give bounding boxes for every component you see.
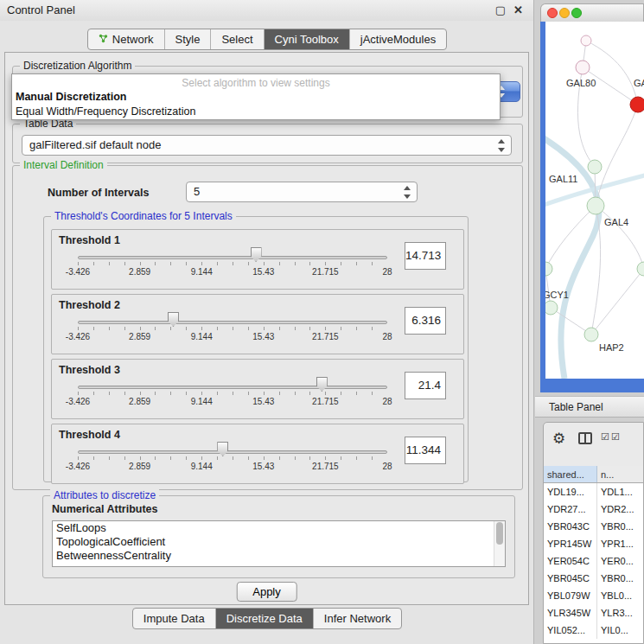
table-row[interactable]: YPR145W YPR1... [544,535,643,552]
tab-style-label: Style [175,33,201,46]
tab-network[interactable]: Network [88,29,164,49]
threshold-2-slider-thumb[interactable] [168,312,179,327]
threshold-3-value-field[interactable]: 21.4 [405,372,446,399]
threshold-2-slider[interactable]: -3.426 2.859 9.144 15.43 21.715 28 [78,316,387,345]
close-window-icon[interactable]: ✕ [513,3,523,16]
table-cell[interactable]: YDL1... [597,483,643,501]
network-node [581,35,591,46]
threshold-3-slider[interactable]: -3.426 2.859 9.144 15.43 21.715 28 [78,380,387,410]
threshold-1-slider-thumb[interactable] [251,247,262,262]
list-item[interactable]: SelfLoops [53,521,505,535]
slider-track[interactable] [78,450,387,454]
slider-track[interactable] [78,321,387,324]
slider-scale: -3.426 2.859 9.144 15.43 21.715 28 [78,397,387,407]
threshold-3-slider-thumb[interactable] [316,377,328,392]
network-window-titlebar[interactable] [540,3,644,22]
tab-infer-network[interactable]: Infer Network [313,609,401,628]
tab-impute-data-label: Impute Data [143,612,205,625]
scale-label: 9.144 [191,462,213,471]
table-cell[interactable]: YDL19... [544,483,597,501]
tab-cyni-toolbox[interactable]: Cyni Toolbox [264,29,349,49]
table-row[interactable]: YIL052... YIL0... [544,622,643,639]
dropdown-option-manual-discretization[interactable]: Manual Discretization [12,90,500,105]
threshold-4-value-field[interactable]: 11.344 [405,437,446,464]
tab-select[interactable]: Select [210,29,263,49]
discretization-algorithm-group-title: Discretization Algorithm [20,60,135,72]
table-panel-titlebar[interactable]: Table Panel [535,396,644,418]
threshold-4-slider[interactable]: -3.426 2.859 9.144 15.43 21.715 28 [78,445,387,475]
table-row[interactable]: YBL079W YBL0... [544,587,643,604]
column-header-shared-name[interactable]: shared... [544,466,597,482]
table-row[interactable]: YDR27... YDR2... [544,501,643,518]
network-node [637,262,644,276]
scale-label: 2.859 [129,267,150,277]
dropdown-placeholder: Select algorithm to view settings [12,74,500,90]
threshold-1-value-field[interactable]: 14.713 [405,242,446,270]
tab-discretize-data[interactable]: Discretize Data [215,609,313,628]
zoom-traffic-light-icon[interactable] [571,8,582,18]
network-node [545,301,558,315]
table-cell[interactable]: YDR2... [597,501,643,518]
table-data-combobox-value: galFiltered.sif default node [29,138,161,151]
network-node [576,61,590,74]
table-row[interactable]: YLR345W YLR3... [544,604,643,622]
apply-button[interactable]: Apply [236,582,297,602]
interval-definition-group: Interval Definition Number of Intervals … [12,165,523,490]
tab-jactivemodules-label: jActiveModules [360,33,436,46]
table-cell[interactable]: YER054C [544,552,597,570]
table-cell[interactable]: YBL0... [597,587,643,604]
table-data-combobox[interactable]: galFiltered.sif default node [22,135,512,156]
table-cell[interactable]: YBR0... [597,570,643,587]
table-row[interactable]: YER054C YER0... [544,552,643,570]
numerical-attributes-label: Numerical Attributes [52,503,157,515]
column-header-name[interactable]: n... [597,466,643,482]
table-cell[interactable]: YBR045C [544,570,597,587]
scale-label: 9.144 [191,267,213,277]
list-item[interactable]: TopologicalCoefficient [53,535,505,549]
float-window-icon[interactable]: ▢ [495,3,506,16]
gear-icon[interactable]: ⚙ [552,430,565,448]
number-of-intervals-combobox[interactable]: 5 [186,182,418,202]
scrollbar-thumb[interactable] [496,522,503,545]
checkbox-icon[interactable]: ☑ [601,431,609,443]
table-row[interactable]: YDL19... YDL1... [544,483,643,501]
table-cell[interactable]: YIL052... [544,622,597,639]
tab-style[interactable]: Style [164,29,211,49]
node-label: HAP2 [599,342,624,353]
table-cell[interactable]: YIL0... [597,622,643,639]
numerical-attributes-list[interactable]: SelfLoops TopologicalCoefficient Between… [52,520,506,567]
close-traffic-light-icon[interactable] [547,8,558,18]
list-item[interactable]: BetweennessCentrality [53,549,505,563]
tab-impute-data[interactable]: Impute Data [133,609,215,628]
scale-label: 21.715 [312,397,339,406]
threshold-4-slider-thumb[interactable] [217,442,228,456]
table-cell[interactable]: YBR043C [544,518,597,535]
threshold-coordinates-group-title: Threshold's Coordinates for 5 Intervals [51,210,236,222]
slider-track[interactable] [78,386,387,389]
table-panel-toolbar: ⚙ ☑ ☑ [544,423,643,461]
table-row[interactable]: YBR043C YBR0... [544,518,643,535]
minimize-traffic-light-icon[interactable] [559,8,570,18]
list-scrollbar[interactable] [494,521,505,566]
table-cell[interactable]: YDR27... [544,501,597,518]
scale-label: 28 [382,267,392,277]
table-panel-title: Table Panel [549,401,603,413]
checkbox-icon[interactable]: ☑ [611,431,620,443]
table-cell[interactable]: YER0... [597,552,643,570]
table-cell[interactable]: YBL079W [544,587,597,604]
tab-jactivemodules[interactable]: jActiveModules [349,29,446,49]
table-cell[interactable]: YLR3... [597,604,643,622]
table-row[interactable]: YBR045C YBR0... [544,570,643,587]
columns-icon[interactable] [578,432,592,444]
network-canvas[interactable]: GAL80 GA GAL11 GAL4 GCY1 HAP2 [545,22,644,379]
table-cell[interactable]: YBR0... [597,518,643,535]
slider-track[interactable] [78,256,387,259]
slider-ticks [78,327,387,330]
table-cell[interactable]: YPR1... [597,535,643,552]
threshold-1-slider[interactable]: -3.426 2.859 9.144 15.43 21.715 28 [78,251,387,280]
table-cell[interactable]: YPR145W [544,535,597,552]
table-cell[interactable]: YLR345W [544,604,597,622]
threshold-2-value-field[interactable]: 6.316 [405,307,446,335]
node-attribute-table: shared... n... YDL19... YDL1... YDR27...… [544,466,643,643]
dropdown-option-equal-width-frequency[interactable]: Equal Width/Frequency Discretization [12,105,500,119]
